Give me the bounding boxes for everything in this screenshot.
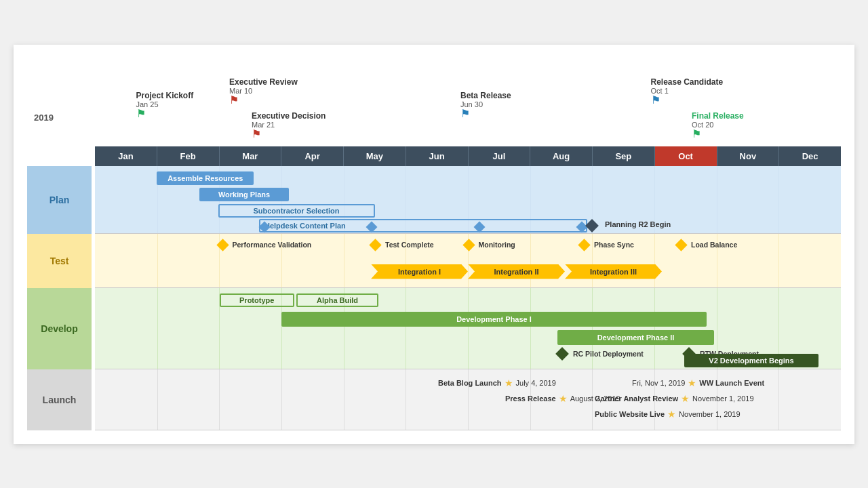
bar-helpdesk: Helpdesk Content Plan	[259, 219, 587, 232]
month-jun: Jun	[406, 146, 469, 166]
month-jul: Jul	[469, 146, 531, 166]
month-oct: Oct	[655, 146, 717, 166]
month-nov: Nov	[717, 146, 780, 166]
launch-body: Beta Blog Launch ★ July 4, 2019 Press Re…	[95, 369, 841, 430]
develop-label: Develop	[27, 288, 92, 369]
bar-integration-ii: Integration II	[468, 264, 565, 279]
launch-label: Launch	[27, 369, 92, 430]
bar-integration-iii: Integration III	[565, 264, 662, 279]
plan-body: Assemble Resources Working Plans Subcont…	[95, 166, 841, 234]
milestone-beta-release: Beta Release Jun 30 ⚑	[460, 91, 511, 119]
diamond-perf-validation: Performance Validation	[218, 241, 312, 249]
launch-gartner: Gartner Analyst Review ★ November 1, 201…	[595, 393, 754, 404]
test-section: Test Performance Validation Test C	[95, 234, 841, 288]
develop-section: Develop Prototype Alpha Build Developmen…	[95, 288, 841, 369]
month-sep: Sep	[593, 146, 655, 166]
bar-working-plans: Working Plans	[199, 188, 289, 201]
month-mar: Mar	[220, 146, 282, 166]
milestone-executive-review: Executive Review Mar 10 ⚑	[229, 77, 298, 106]
diamond-monitoring: Monitoring	[465, 241, 515, 249]
timeline-header: Jan Feb Mar Apr May Jun Jul Aug Sep Oct …	[95, 146, 841, 166]
month-may: May	[344, 146, 406, 166]
year-label: 2019	[34, 113, 54, 123]
milestone-release-candidate: Release Candidate Oct 1 ⚑	[651, 77, 724, 106]
launch-beta-blog: Beta Blog Launch ★ July 4, 2019	[438, 378, 556, 388]
plan-label: Plan	[27, 166, 92, 234]
month-feb: Feb	[157, 146, 220, 166]
test-body: Performance Validation Test Complete Mon…	[95, 234, 841, 288]
diamond-phase-sync: Phase Sync	[580, 241, 634, 249]
bar-dev-phase-i: Development Phase I	[281, 312, 707, 327]
bar-v2-dev: V2 Development Begins	[684, 354, 818, 367]
develop-body: Prototype Alpha Build Development Phase …	[95, 288, 841, 369]
diamond-test-complete: Test Complete	[371, 241, 434, 249]
bar-dev-phase-ii: Development Phase II	[557, 330, 714, 345]
bar-alpha-build: Alpha Build	[296, 293, 378, 307]
test-label: Test	[27, 234, 92, 288]
bar-integration-i: Integration I	[371, 264, 468, 279]
month-jan: Jan	[95, 146, 157, 166]
milestone-project-kickoff: Project Kickoff Jan 25 ⚑	[136, 91, 194, 119]
launch-section: Launch Beta Blog Launch ★ July 4, 2019 P…	[95, 369, 841, 430]
month-aug: Aug	[530, 146, 593, 166]
gantt-chart: 2019 Project Kickoff Jan 25 ⚑ Executive …	[14, 45, 854, 444]
month-dec: Dec	[779, 146, 841, 166]
diamond-load-balance: Load Balance	[677, 241, 737, 249]
milestone-final-release: Final Release Oct 20 ⚑	[692, 111, 744, 140]
launch-ww-event: Fri, Nov 1, 2019 ★ WW Launch Event	[632, 378, 764, 388]
launch-public-website: Public Website Live ★ November 1, 2019	[595, 409, 741, 420]
bar-subcontractor: Subcontractor Selection	[218, 204, 375, 218]
planning-r2: Planning R2 Begin	[587, 219, 671, 230]
bar-assemble-resources: Assemble Resources	[157, 171, 254, 185]
bar-prototype: Prototype	[220, 293, 294, 307]
plan-section: Plan Assemble Resources Working Plans Su…	[95, 166, 841, 234]
month-apr: Apr	[281, 146, 344, 166]
rc-pilot-deployment: RC Pilot Deployment	[557, 349, 644, 359]
milestone-executive-decision: Executive Decision Mar 21 ⚑	[252, 111, 326, 140]
